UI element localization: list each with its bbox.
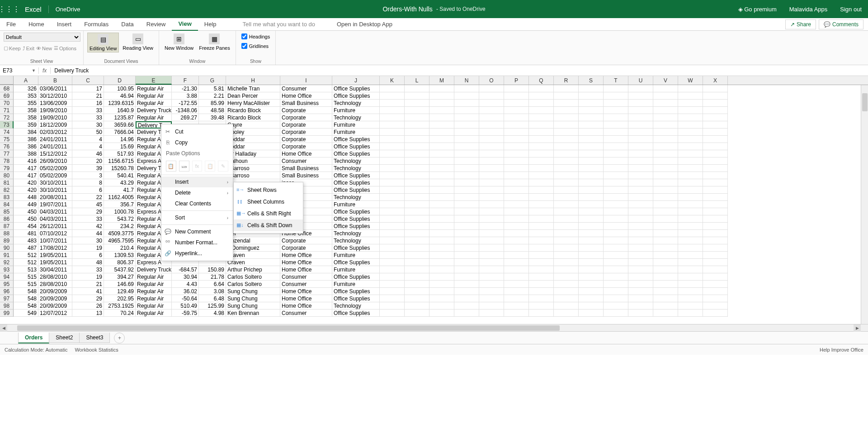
cell[interactable]: t Barroso bbox=[226, 165, 280, 172]
cell[interactable] bbox=[628, 129, 653, 136]
cell[interactable]: Arthur Prichep bbox=[226, 266, 280, 273]
paste-option-1[interactable]: 📋 bbox=[166, 161, 176, 172]
cell[interactable]: 6.64 bbox=[199, 281, 226, 288]
cell[interactable]: 1235.87 bbox=[104, 114, 136, 121]
cell[interactable]: 21.78 bbox=[199, 273, 226, 281]
cell[interactable]: 384 bbox=[14, 129, 38, 136]
cell[interactable]: 13/06/2009 bbox=[38, 100, 72, 107]
ctx-number-format[interactable]: ⁰⁰ Number Format... bbox=[161, 237, 233, 248]
cell[interactable] bbox=[678, 143, 703, 150]
col-header-F[interactable]: F bbox=[172, 76, 199, 85]
cell[interactable]: 358 bbox=[14, 107, 38, 114]
cell[interactable]: Calhoun bbox=[226, 157, 280, 165]
cell[interactable] bbox=[405, 273, 429, 281]
cell[interactable] bbox=[653, 100, 678, 107]
cell[interactable]: Craven bbox=[226, 259, 280, 266]
cell[interactable]: 4.98 bbox=[199, 310, 226, 317]
cell[interactable]: 2753.1925 bbox=[104, 302, 136, 310]
cell[interactable] bbox=[604, 107, 628, 114]
headings-checkbox[interactable]: Headings bbox=[240, 33, 272, 40]
cell[interactable] bbox=[604, 136, 628, 143]
cell[interactable]: 1000.78 bbox=[104, 208, 136, 215]
cell[interactable]: 44 bbox=[72, 230, 104, 237]
cell[interactable] bbox=[628, 288, 653, 295]
cell[interactable]: Office Supplies bbox=[332, 143, 380, 150]
sheet-tab-orders[interactable]: Orders bbox=[18, 333, 49, 343]
cell[interactable] bbox=[429, 121, 454, 129]
cell[interactable]: 210.4 bbox=[104, 244, 136, 252]
cell[interactable] bbox=[429, 237, 454, 244]
cell[interactable] bbox=[678, 281, 703, 288]
cell[interactable] bbox=[454, 121, 479, 129]
cell[interactable] bbox=[454, 273, 479, 281]
cell[interactable]: Delivery Truck bbox=[136, 107, 172, 114]
cell[interactable] bbox=[405, 237, 429, 244]
cell[interactable] bbox=[429, 230, 454, 237]
cell[interactable]: 19/05/2011 bbox=[38, 252, 72, 259]
cell[interactable] bbox=[604, 179, 628, 186]
cell[interactable] bbox=[604, 295, 628, 302]
cell[interactable]: -172.55 bbox=[172, 100, 199, 107]
cell[interactable]: Home Office bbox=[280, 295, 332, 302]
cell[interactable] bbox=[604, 215, 628, 223]
cell[interactable]: Dean Percer bbox=[226, 92, 280, 100]
cell[interactable] bbox=[429, 186, 454, 194]
cell[interactable] bbox=[579, 179, 604, 186]
cell[interactable] bbox=[429, 273, 454, 281]
cell[interactable] bbox=[429, 150, 454, 157]
cell[interactable] bbox=[380, 252, 405, 259]
sub-sheet-rows[interactable]: ≡→ Sheet Rows bbox=[234, 184, 303, 196]
cell[interactable]: 13 bbox=[72, 310, 104, 317]
cell[interactable] bbox=[504, 194, 529, 201]
cell[interactable]: 358 bbox=[14, 114, 38, 121]
cell[interactable]: 20/09/2009 bbox=[38, 302, 72, 310]
ctx-hyperlink[interactable]: 🔗 Hyperlink... bbox=[161, 248, 233, 259]
cell[interactable] bbox=[653, 150, 678, 157]
cell[interactable] bbox=[678, 208, 703, 215]
paste-option-3[interactable]: fx bbox=[192, 161, 203, 172]
workbook-stats[interactable]: Workbook Statistics bbox=[75, 347, 118, 353]
cell[interactable]: 46 bbox=[72, 150, 104, 157]
cell[interactable] bbox=[678, 302, 703, 310]
col-header-I[interactable]: I bbox=[280, 76, 332, 85]
cell[interactable]: Delivery Truck bbox=[136, 266, 172, 273]
cell[interactable] bbox=[405, 100, 429, 107]
cell[interactable]: 20/09/2009 bbox=[38, 288, 72, 295]
cell[interactable] bbox=[454, 266, 479, 273]
row-header[interactable]: 73 bbox=[0, 121, 14, 129]
cell[interactable]: Regular Air bbox=[136, 302, 172, 310]
cell[interactable] bbox=[380, 114, 405, 121]
cell[interactable] bbox=[504, 136, 529, 143]
cell[interactable] bbox=[703, 259, 728, 266]
cell[interactable]: 19 bbox=[72, 244, 104, 252]
cell[interactable] bbox=[703, 179, 728, 186]
cell[interactable] bbox=[479, 194, 504, 201]
cell[interactable] bbox=[653, 121, 678, 129]
cell[interactable]: 512 bbox=[14, 252, 38, 259]
cell[interactable]: Office Supplies bbox=[332, 295, 380, 302]
cell[interactable]: 33 bbox=[72, 215, 104, 223]
sheet-view-select[interactable]: Default bbox=[4, 33, 80, 42]
row-header[interactable]: 81 bbox=[0, 179, 14, 186]
paste-option-5[interactable]: ✎ bbox=[218, 161, 228, 172]
col-header-A[interactable]: A bbox=[14, 76, 38, 85]
cell[interactable] bbox=[504, 310, 529, 317]
cell[interactable] bbox=[653, 92, 678, 100]
paste-option-2[interactable]: ₁₂₃ bbox=[179, 161, 189, 172]
cell[interactable]: 513 bbox=[14, 266, 38, 273]
cell[interactable] bbox=[405, 157, 429, 165]
cell[interactable] bbox=[405, 143, 429, 150]
cell[interactable]: 45 bbox=[72, 201, 104, 208]
cell[interactable]: fer Halladay bbox=[226, 150, 280, 157]
cell[interactable] bbox=[529, 288, 554, 295]
cell[interactable] bbox=[380, 281, 405, 288]
cell[interactable] bbox=[554, 201, 579, 208]
cell[interactable]: Home Office bbox=[280, 92, 332, 100]
cell[interactable] bbox=[380, 157, 405, 165]
cell[interactable]: 100.95 bbox=[104, 85, 136, 92]
cell[interactable] bbox=[604, 230, 628, 237]
cell[interactable] bbox=[429, 266, 454, 273]
cell[interactable] bbox=[479, 100, 504, 107]
cell[interactable]: Corporate bbox=[280, 114, 332, 121]
cell[interactable]: Small Business bbox=[280, 172, 332, 179]
